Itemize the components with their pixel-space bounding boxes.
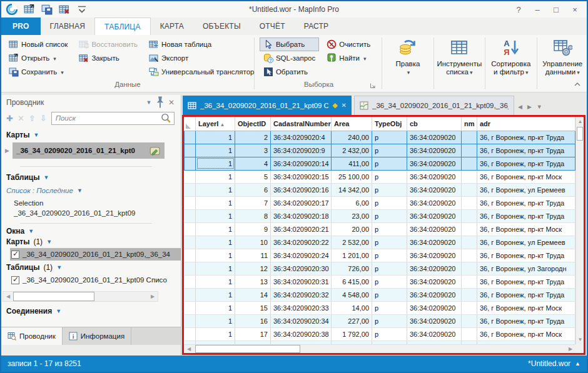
table-cell[interactable]: 1 [196,327,235,341]
table-cell[interactable]: 36:34:0209020 [407,288,462,301]
table-cell[interactable]: 36:34:0209020:22 [271,236,332,249]
expand-icon[interactable]: ▶ [5,147,13,154]
column-header-adr[interactable]: adr [477,117,575,131]
clear-selection-button[interactable]: Очистить [323,37,374,51]
table-cell[interactable]: 36:34:0209020 [407,262,462,275]
table-cell[interactable]: 36, г Воронеж, ул Еремеев [477,183,575,196]
table-cell[interactable]: 15 [235,301,271,314]
table-cell[interactable]: 36, г Воронеж, пр-кт Труда [477,196,575,209]
table-cell[interactable] [462,222,477,236]
table-cell[interactable]: 36:34:0209020:33 [271,301,332,314]
tab-raster[interactable]: РАСТР [295,17,338,35]
table-cell[interactable]: 4 [235,157,271,170]
workspace-name[interactable]: *Untitled.wor [528,359,570,368]
table-cell[interactable]: p [372,262,407,275]
scrollbar-thumb[interactable] [13,292,94,301]
maps-section-header[interactable]: Карты▼ [6,131,181,139]
table-cell[interactable]: 36:34:0209020 [407,327,462,341]
table-cell[interactable]: 16 [235,314,271,327]
map-layer-item[interactable]: ▶ _36_34_0209020_2016_01_21_kpt0 [5,142,181,159]
table-cell[interactable]: p [372,314,407,327]
collapse-window-maps-icon[interactable]: ▼ [46,239,52,245]
invert-selection-button[interactable]: Обратить [260,65,319,79]
table-cell[interactable]: 36:34:0209020 [407,144,462,157]
table-cell[interactable]: 1 [196,262,235,275]
table-cell[interactable]: p [372,131,407,144]
maximize-button[interactable]: □ [547,1,565,17]
table-cell[interactable]: 36:34:0209020 [407,209,462,222]
table-cell[interactable]: 36:34:0209020 [407,275,462,288]
new-browser-button[interactable]: Новый список [5,37,71,51]
table-cell[interactable]: 36:34:0209020:15 [271,170,332,183]
row-selector[interactable] [185,222,196,236]
table-cell[interactable]: 20,00 [332,222,372,236]
table-cell[interactable] [462,196,477,209]
row-selector[interactable] [185,262,196,275]
row-selector[interactable] [185,236,196,249]
table-cell[interactable]: 8 [235,209,271,222]
open-table-button[interactable]: Открыть [5,51,71,65]
table-cell[interactable]: 1 [196,209,235,222]
table-cell[interactable]: p [372,170,407,183]
table-cell[interactable]: 36, г Воронеж, пр-кт Труда [477,209,575,222]
row-selector[interactable] [185,301,196,314]
table-cell[interactable]: p [372,222,407,236]
table-cell[interactable]: 411,00 [332,157,372,170]
tab-scroll-right-icon[interactable]: ▶ [527,104,532,110]
table-cell[interactable]: 1 792,00 [332,327,372,341]
table-cell[interactable]: 36, г Воронеж, пр-кт Труда [477,144,575,157]
table-cell[interactable] [462,275,477,288]
windows-tables-header[interactable]: Таблицы(1)▼ [6,263,181,272]
collapse-windows-icon[interactable]: ▼ [28,228,34,234]
table-cell[interactable]: 23,00 [332,209,372,222]
table-cell[interactable]: 36:34:0209020:21 [271,222,332,236]
table-cell[interactable]: 36, г Воронеж, пр-кт Моск [477,222,575,236]
search-icon[interactable] [160,113,171,123]
tab-scroll-left-icon[interactable]: ◀ [518,104,522,110]
table-cell[interactable]: 36, г Воронеж, ул Загородн [477,262,575,275]
minimize-button[interactable]: – [528,1,547,17]
table-cell[interactable]: 36, г Воронеж, ул Еремеев [477,236,575,249]
close-button[interactable]: × [565,1,584,17]
column-header-nm[interactable]: nm [462,117,477,131]
row-selector[interactable] [185,183,196,196]
table-cell[interactable]: p [372,144,407,157]
table-cell[interactable]: 36:34:0209020 [407,131,462,144]
row-selector[interactable] [185,196,196,209]
scroll-up-icon[interactable]: ▲ [576,117,584,126]
close-doc-tab-icon[interactable]: ✕ [342,102,347,109]
table-cell[interactable]: 25 100,00 [332,170,372,183]
table-cell[interactable] [462,288,477,301]
table-cell[interactable]: 36:34:0209020 [407,249,462,262]
table-cell[interactable]: 2 432,00 [332,144,372,157]
row-selector[interactable] [185,144,196,157]
table-item-selection[interactable]: Selection [14,199,181,207]
table-cell[interactable]: 13 [235,275,271,288]
filter-dropdown-icon[interactable]: ▼ [77,187,83,194]
collapse-maps-icon[interactable]: ▼ [33,132,39,138]
table-cell[interactable]: 36:34:0209020 [407,157,462,170]
table-cell[interactable]: 7 [235,196,271,209]
table-cell[interactable]: 36:34:0209020:38 [271,327,332,341]
table-cell[interactable]: 240,00 [332,131,372,144]
table-cell[interactable]: p [372,275,407,288]
row-selector[interactable] [185,170,196,183]
row-selector[interactable] [185,275,196,288]
table-cell[interactable]: 11 [235,249,271,262]
table-cell[interactable] [462,183,477,196]
table-cell[interactable] [462,327,477,341]
open-table-icon[interactable] [24,4,35,15]
universal-translator-button[interactable]: Универсальный транслятор [145,65,258,79]
table-cell[interactable]: 12 [235,262,271,275]
column-header-Area[interactable]: Area [332,117,372,131]
dialog-launcher-icon[interactable] [369,82,377,89]
table-cell[interactable]: 36, г Воронеж, пр-кт Труда [477,249,575,262]
table-cell[interactable]: 36:34:0209020 [407,170,462,183]
column-header-LayerI[interactable]: LayerI▲ [196,117,235,131]
tab-objects[interactable]: ОБЪЕКТЫ [193,17,250,35]
table-cell[interactable]: p [372,288,407,301]
pin-icon[interactable] [155,97,166,107]
table-cell[interactable]: 2 [235,131,271,144]
column-header-cb[interactable]: cb [407,117,462,131]
search-input[interactable]: Поиск [51,112,175,125]
